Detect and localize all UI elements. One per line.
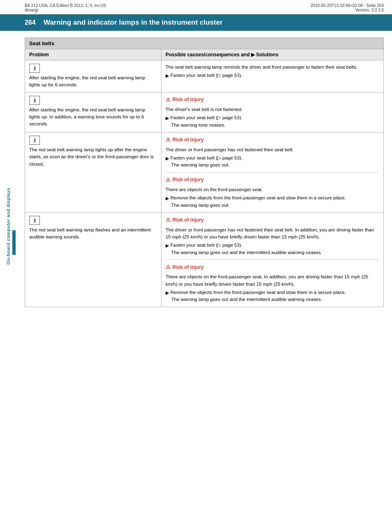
seatbelt-icon: ⚷ bbox=[29, 96, 40, 105]
arrow-icon: ▶ bbox=[166, 289, 169, 296]
warning-icon: ⚠ bbox=[166, 216, 171, 224]
risk-block: ⚠ Risk of injury bbox=[166, 136, 379, 144]
arrow-text: Fasten your seat belt (▷ page 53). bbox=[171, 155, 242, 162]
cell-solutions: ⚠ Risk of injury The driver or front pas… bbox=[161, 213, 383, 307]
risk-title: ⚠ Risk of injury bbox=[166, 176, 379, 184]
page-number: 264 bbox=[25, 19, 37, 26]
seatbelt-icon: ⚷ bbox=[29, 64, 40, 73]
seat-belts-table: Seat belts Problem Possible causes/conse… bbox=[25, 37, 384, 307]
indent-text: The warning lamp goes out. bbox=[171, 162, 379, 169]
normal-text: The driver's seat belt is not fastened. bbox=[166, 106, 379, 113]
col-solutions-header: Possible causes/consequences and ▶ Solut… bbox=[161, 49, 383, 60]
normal-text: The seat belt warning lamp reminds the d… bbox=[166, 64, 379, 71]
cell-solutions: The seat belt warning lamp reminds the d… bbox=[161, 60, 383, 93]
warning-icon: ⚠ bbox=[166, 96, 171, 104]
separator bbox=[166, 172, 379, 173]
normal-text: The driver or front passenger has not fa… bbox=[166, 227, 379, 241]
problem-text: The red seat belt warning lamp lights up… bbox=[29, 147, 154, 167]
indent-text: The warning lamp goes out and the interm… bbox=[171, 249, 379, 256]
cell-solutions: ⚠ Risk of injury The driver or front pas… bbox=[161, 132, 383, 213]
seatbelt-icon: ⚷ bbox=[29, 216, 40, 225]
risk-block: ⚠ Risk of injury bbox=[166, 96, 379, 104]
risk-title: ⚠ Risk of injury bbox=[166, 216, 379, 224]
arrow-text: Remove the objects from the front-passen… bbox=[171, 289, 346, 296]
risk-title: ⚠ Risk of injury bbox=[166, 136, 379, 144]
cell-solutions: ⚠ Risk of injury The driver's seat belt … bbox=[161, 92, 383, 132]
table-row: ⚷ The red seat belt warning lamp flashes… bbox=[25, 213, 384, 307]
arrow-icon: ▶ bbox=[166, 115, 169, 122]
meta-right: 2010-05-20T13:33:46+02:00 - Seite 264 Ve… bbox=[311, 3, 384, 12]
seatbelt-icon: ⚷ bbox=[29, 136, 40, 145]
cell-problem: ⚷ The red seat belt warning lamp flashes… bbox=[25, 213, 161, 307]
risk-title-text: Risk of injury bbox=[173, 264, 204, 271]
risk-title: ⚠ Risk of injury bbox=[166, 96, 379, 104]
risk-title-text: Risk of injury bbox=[173, 96, 204, 103]
table-row: ⚷ The red seat belt warning lamp lights … bbox=[25, 132, 384, 213]
cell-problem: ⚷ The red seat belt warning lamp lights … bbox=[25, 132, 161, 213]
arrow-text: Fasten your seat belt (▷ page 53). bbox=[171, 242, 242, 249]
arrow-icon: ▶ bbox=[166, 155, 169, 162]
main-content: Seat belts Problem Possible causes/conse… bbox=[25, 37, 384, 307]
page-title: Warning and indicator lamps in the instr… bbox=[44, 19, 223, 27]
arrow-text: Remove the objects from the front-passen… bbox=[171, 194, 346, 201]
cell-problem: ⚷ After starting the engine, the red sea… bbox=[25, 60, 161, 93]
arrow-icon: ▶ bbox=[166, 195, 169, 202]
separator bbox=[166, 259, 379, 260]
problem-text: The red seat belt warning lamp flashes a… bbox=[29, 227, 151, 239]
table-section-title: Seat belts bbox=[25, 38, 384, 49]
risk-title: ⚠ Risk of injury bbox=[166, 263, 379, 271]
risk-block: ⚠ Risk of injury bbox=[166, 216, 379, 224]
table-row: ⚷ After starting the engine, the red sea… bbox=[25, 92, 384, 132]
risk-title-text: Risk of injury bbox=[173, 216, 204, 224]
warning-icon: ⚠ bbox=[166, 176, 171, 184]
normal-text: There are objects on the front-passenger… bbox=[166, 273, 379, 288]
warning-icon: ⚠ bbox=[166, 263, 171, 271]
normal-text: There are objects on the front-passenger… bbox=[166, 186, 379, 193]
normal-text: The driver or front passenger has not fa… bbox=[166, 146, 379, 153]
arrow-item: ▶ Fasten your seat belt (▷ page 53). bbox=[166, 155, 379, 162]
arrow-icon: ▶ bbox=[166, 242, 169, 249]
side-label: On-board computer and displays bbox=[6, 187, 11, 264]
arrow-text: Fasten your seat belt (▷ page 53). bbox=[171, 72, 242, 79]
indent-text: The warning lamp goes out. bbox=[171, 202, 379, 209]
risk-block: ⚠ Risk of injury bbox=[166, 263, 379, 271]
title-bar: 264 Warning and indicator lamps in the i… bbox=[0, 14, 392, 31]
cell-problem: ⚷ After starting the engine, the red sea… bbox=[25, 92, 161, 132]
arrow-icon: ▶ bbox=[166, 72, 169, 79]
arrow-item: ▶ Fasten your seat belt (▷ page 53). bbox=[166, 72, 379, 79]
indent-text: The warning tone ceases. bbox=[171, 122, 379, 129]
table-row: ⚷ After starting the engine, the red sea… bbox=[25, 60, 384, 93]
indent-text: The warning lamp goes out and the interm… bbox=[171, 296, 379, 303]
arrow-item: ▶ Fasten your seat belt (▷ page 53). bbox=[166, 114, 379, 122]
risk-block: ⚠ Risk of injury bbox=[166, 176, 379, 184]
problem-text: After starting the engine, the red seat … bbox=[29, 107, 145, 127]
arrow-text: Fasten your seat belt (▷ page 53). bbox=[171, 114, 242, 121]
risk-title-text: Risk of injury bbox=[173, 176, 204, 183]
problem-text: After starting the engine, the red seat … bbox=[29, 75, 145, 87]
side-label-container: On-board computer and displays bbox=[0, 41, 16, 411]
risk-title-text: Risk of injury bbox=[173, 136, 204, 143]
arrow-item: ▶ Remove the objects from the front-pass… bbox=[166, 194, 379, 202]
meta-left: BA 212 USA, CA Edition B 2011; 1; 5, en-… bbox=[25, 3, 106, 12]
warning-icon: ⚠ bbox=[166, 136, 171, 144]
blue-indicator-bar bbox=[12, 230, 16, 255]
col-problem-header: Problem bbox=[25, 49, 161, 60]
arrow-item: ▶ Fasten your seat belt (▷ page 53). bbox=[166, 242, 379, 249]
meta-header: BA 212 USA, CA Edition B 2011; 1; 5, en-… bbox=[0, 0, 392, 14]
arrow-item: ▶ Remove the objects from the front-pass… bbox=[166, 289, 379, 296]
